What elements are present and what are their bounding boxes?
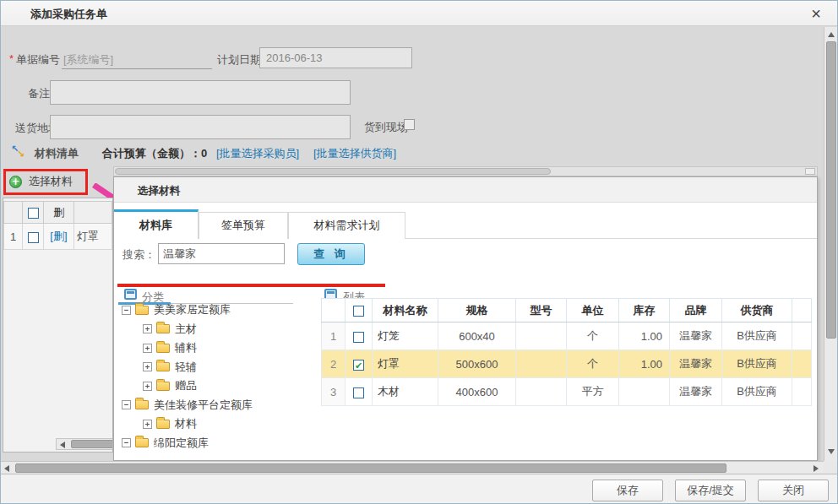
row-checkbox-checked[interactable]	[353, 360, 364, 371]
annotation-red-box	[3, 169, 88, 195]
grid-hscrollbar[interactable]	[56, 438, 113, 450]
folder-icon	[156, 344, 170, 353]
scroll-right-icon[interactable]	[814, 465, 819, 472]
folder-icon	[156, 382, 170, 391]
expand-icon[interactable]: +	[143, 362, 152, 371]
tree-item[interactable]: +辅料	[118, 339, 308, 358]
arrive-site-checkbox[interactable]	[404, 119, 415, 130]
close-icon[interactable]: ×	[805, 3, 827, 24]
window-titlebar: 添加采购任务单 ×	[1, 1, 837, 26]
tree-item[interactable]: +赠品	[118, 377, 308, 396]
folder-icon	[135, 400, 149, 409]
remark-label: 备注	[28, 86, 50, 101]
select-all-checkbox[interactable]	[353, 306, 364, 317]
grid-hscroll-thumb[interactable]	[71, 440, 113, 448]
resize-arrows-icon: ↘	[17, 149, 24, 160]
select-material-dialog: 选择材料 材料库 签单预算 材料需求计划 搜索： 查 询 分类 列表	[113, 166, 818, 461]
table-row[interactable]: 1 灯笼 600x40 个 1.00 温馨家 B供应商	[322, 322, 812, 350]
col-brand: 品牌	[670, 299, 722, 322]
window-title: 添加采购任务单	[30, 7, 107, 22]
collapse-icon[interactable]: −	[122, 306, 131, 315]
window-vscrollbar[interactable]	[824, 27, 838, 461]
save-button[interactable]: 保存	[592, 480, 663, 501]
category-monitor-icon	[124, 289, 137, 300]
tree-item[interactable]: +轻辅	[118, 358, 308, 377]
plan-date-label: 计划日期	[217, 52, 261, 68]
order-no-value[interactable]: [系统编号]	[63, 52, 113, 68]
collapse-icon[interactable]: −	[122, 438, 131, 447]
col-spec: 规格	[438, 299, 516, 322]
dialog-top-scroll-thumb[interactable]	[115, 168, 551, 175]
order-no-label: 单据编号	[16, 52, 60, 68]
del-column-header: 删	[43, 202, 73, 224]
grid-header-row: 删	[4, 202, 112, 224]
tree-item[interactable]: −美美家居定额库	[118, 301, 308, 320]
dialog-top-scroll-button[interactable]	[805, 168, 815, 175]
row-material-name: 灯罩	[73, 224, 112, 250]
row-number: 1	[4, 224, 23, 250]
tree-item[interactable]: −绵阳定额库	[118, 434, 308, 453]
required-asterisk: *	[9, 52, 14, 65]
table-row-selected[interactable]: 2 灯罩 500x600 个 1.00 温馨家 B供应商	[322, 350, 812, 378]
table-row[interactable]: 3 木材 400x600 平方 温馨家 B供应商	[322, 378, 812, 406]
search-input[interactable]	[158, 243, 285, 264]
expand-icon[interactable]: +	[143, 420, 152, 429]
batch-select-buyer-link[interactable]: [批量选择采购员]	[216, 146, 299, 161]
dialog-header: 选择材料	[114, 177, 817, 203]
scroll-left-icon[interactable]	[60, 442, 65, 448]
arrive-site-label: 货到现场	[364, 120, 408, 135]
table-header-row: 材料名称 规格 型号 单位 库存 品牌 供货商	[322, 299, 812, 322]
add-purchase-task-window: 添加采购任务单 × * 单据编号 [系统编号] 计划日期 2016-06-13 …	[0, 0, 838, 504]
material-list-grid: 删 1 [删] 灯罩	[3, 198, 113, 453]
dialog-title: 选择材料	[138, 184, 180, 198]
tab-material-demand-plan[interactable]: 材料需求计划	[288, 212, 405, 239]
window-vscroll-thumb[interactable]	[826, 41, 836, 339]
scroll-up-icon[interactable]	[828, 32, 835, 37]
delivery-address-field[interactable]	[50, 115, 351, 139]
dialog-body: 选择材料 材料库 签单预算 材料需求计划 搜索： 查 询 分类 列表	[113, 176, 818, 461]
order-no-underline	[62, 68, 212, 69]
dialog-top-scrollbar[interactable]	[113, 166, 818, 176]
tree-item[interactable]: +材料	[118, 415, 308, 434]
collapse-icon[interactable]: −	[122, 400, 131, 409]
expand-icon[interactable]: +	[143, 382, 152, 391]
remark-field[interactable]	[50, 80, 351, 105]
expand-icon[interactable]: +	[143, 344, 152, 353]
col-name: 材料名称	[373, 299, 438, 322]
annotation-red-underline	[117, 284, 385, 287]
folder-icon	[156, 324, 170, 333]
window-hscrollbar[interactable]	[1, 461, 824, 474]
row-checkbox[interactable]	[28, 232, 39, 243]
material-table: 材料名称 规格 型号 单位 库存 品牌 供货商 1 灯笼 600x40 个 1	[321, 298, 812, 406]
category-tree: −美美家居定额库 +主材 +辅料 +轻辅 +赠品 −美佳装修平台定额库 +材料 …	[118, 301, 308, 453]
plan-date-field[interactable]: 2016-06-13	[259, 47, 412, 68]
tree-item[interactable]: −美佳装修平台定额库	[118, 396, 308, 415]
tree-item[interactable]: +主材	[118, 320, 308, 339]
total-budget-text: 合计预算（金额）：0	[102, 146, 207, 161]
query-button[interactable]: 查 询	[297, 243, 365, 265]
tab-material-library[interactable]: 材料库	[114, 209, 199, 239]
folder-icon	[135, 306, 149, 315]
scroll-down-icon[interactable]	[828, 449, 835, 454]
scroll-left-icon[interactable]	[4, 465, 9, 472]
save-submit-button[interactable]: 保存/提交	[675, 480, 746, 501]
folder-icon	[156, 362, 170, 371]
close-button[interactable]: 关闭	[758, 480, 829, 501]
folder-icon	[135, 438, 149, 447]
col-stock: 库存	[619, 299, 670, 322]
folder-icon	[156, 420, 170, 429]
material-list-label: 材料清单	[35, 146, 79, 161]
batch-select-supplier-link[interactable]: [批量选择供货商]	[313, 146, 396, 161]
row-checkbox[interactable]	[353, 332, 364, 343]
expand-icon[interactable]: +	[143, 324, 152, 333]
scrollbar-corner	[824, 461, 838, 474]
col-unit: 单位	[567, 299, 619, 322]
grid-row[interactable]: 1 [删] 灯罩	[4, 224, 112, 250]
footer-bar: 保存 保存/提交 关闭	[1, 474, 837, 504]
delete-link[interactable]: [删]	[50, 230, 67, 242]
row-checkbox[interactable]	[353, 387, 364, 398]
select-all-checkbox[interactable]	[28, 208, 39, 219]
search-label: 搜索：	[122, 247, 155, 263]
tab-contract-budget[interactable]: 签单预算	[199, 212, 288, 239]
window-hscroll-thumb[interactable]	[15, 463, 726, 473]
